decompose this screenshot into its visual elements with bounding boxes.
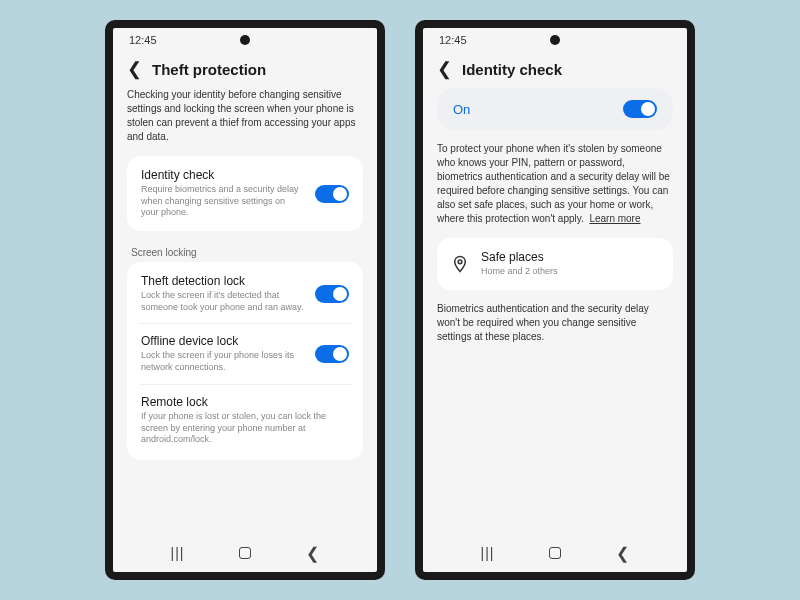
status-time: 12:45 (439, 34, 467, 46)
safe-places-footer: Biometrics authentication and the securi… (437, 302, 673, 344)
identity-check-master-toggle[interactable] (623, 100, 657, 118)
safe-places-sub: Home and 2 others (481, 266, 659, 278)
nav-back-icon[interactable]: ❮ (306, 544, 319, 563)
status-time: 12:45 (129, 34, 157, 46)
back-icon[interactable]: ❮ (127, 58, 142, 80)
nav-recent-icon[interactable]: ||| (171, 545, 185, 561)
remote-lock-row[interactable]: Remote lock If your phone is lost or sto… (141, 395, 349, 446)
on-label: On (453, 102, 470, 117)
offline-lock-title: Offline device lock (141, 334, 305, 348)
content: On To protect your phone when it's stole… (423, 88, 687, 534)
offline-lock-sub: Lock the screen if your phone loses its … (141, 350, 305, 373)
identity-check-title: Identity check (141, 168, 305, 182)
nav-home-icon[interactable] (239, 547, 251, 559)
learn-more-link[interactable]: Learn more (589, 213, 640, 224)
content: Checking your identity before changing s… (113, 88, 377, 534)
offline-lock-row[interactable]: Offline device lock Lock the screen if y… (141, 334, 349, 373)
page-description: To protect your phone when it's stolen b… (437, 142, 673, 226)
theft-detection-sub: Lock the screen if it's detected that so… (141, 290, 305, 313)
nav-home-icon[interactable] (549, 547, 561, 559)
divider (139, 384, 351, 385)
remote-lock-title: Remote lock (141, 395, 349, 409)
page-description: Checking your identity before changing s… (127, 88, 363, 144)
nav-bar: ||| ❮ (423, 534, 687, 572)
theft-detection-row[interactable]: Theft detection lock Lock the screen if … (141, 274, 349, 313)
header: ❮ Identity check (423, 48, 687, 88)
remote-lock-sub: If your phone is lost or stolen, you can… (141, 411, 349, 446)
nav-recent-icon[interactable]: ||| (481, 545, 495, 561)
page-title: Identity check (462, 61, 562, 78)
safe-places-card[interactable]: Safe places Home and 2 others (437, 238, 673, 290)
nav-back-icon[interactable]: ❮ (616, 544, 629, 563)
nav-bar: ||| ❮ (113, 534, 377, 572)
identity-check-sub: Require biometrics and a security delay … (141, 184, 305, 219)
on-toggle-card[interactable]: On (437, 88, 673, 130)
status-bar: 12:45 (113, 28, 377, 48)
identity-check-card[interactable]: Identity check Require biometrics and a … (127, 156, 363, 231)
screen-locking-card: Theft detection lock Lock the screen if … (127, 262, 363, 460)
section-label-screen-locking: Screen locking (127, 241, 363, 262)
header: ❮ Theft protection (113, 48, 377, 88)
status-bar: 12:45 (423, 28, 687, 48)
identity-check-toggle[interactable] (315, 185, 349, 203)
svg-point-0 (458, 260, 462, 264)
divider (139, 323, 351, 324)
back-icon[interactable]: ❮ (437, 58, 452, 80)
offline-lock-toggle[interactable] (315, 345, 349, 363)
phone-left: 12:45 ❮ Theft protection Checking your i… (105, 20, 385, 580)
theft-detection-toggle[interactable] (315, 285, 349, 303)
phone-right: 12:45 ❮ Identity check On To protect you… (415, 20, 695, 580)
page-title: Theft protection (152, 61, 266, 78)
location-pin-icon (451, 255, 469, 273)
safe-places-title: Safe places (481, 250, 659, 264)
theft-detection-title: Theft detection lock (141, 274, 305, 288)
